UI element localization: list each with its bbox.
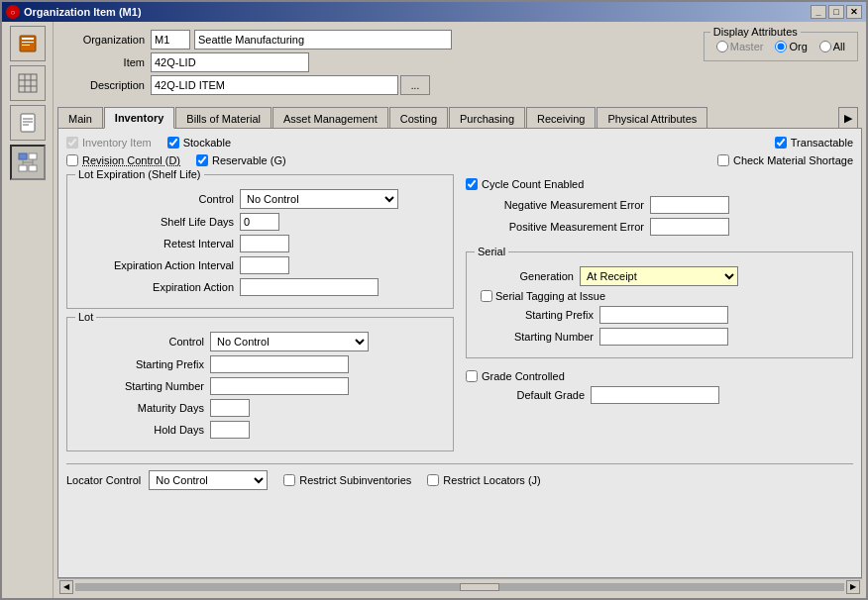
sidebar-btn-1[interactable] bbox=[10, 26, 46, 61]
radio-master[interactable] bbox=[716, 41, 728, 52]
tab-purchasing[interactable]: Purchasing bbox=[449, 107, 525, 129]
serial-starting-prefix-label: Starting Prefix bbox=[475, 309, 594, 321]
org-name-input[interactable] bbox=[194, 30, 452, 50]
revision-control-cb-row: Revision Control (D) bbox=[66, 154, 180, 166]
shelf-life-label: Shelf Life Days bbox=[75, 216, 234, 228]
lot-starting-prefix-input[interactable] bbox=[210, 355, 349, 373]
reservable-checkbox[interactable] bbox=[196, 154, 208, 166]
serial-generation-row: Generation At Receipt At Sales Order Iss… bbox=[475, 266, 844, 286]
sidebar-btn-3[interactable] bbox=[10, 105, 46, 141]
maximize-button[interactable]: □ bbox=[828, 5, 844, 19]
pos-measurement-label: Positive Measurement Error bbox=[466, 221, 644, 233]
grade-controlled-label: Grade Controlled bbox=[482, 370, 565, 382]
retest-interval-input[interactable] bbox=[240, 235, 289, 252]
transactable-checkbox[interactable] bbox=[775, 137, 787, 149]
lot-hold-days-row: Hold Days bbox=[75, 421, 445, 439]
restrict-locators-checkbox[interactable] bbox=[427, 474, 439, 486]
lot-starting-number-input[interactable] bbox=[210, 377, 349, 395]
tab-inventory[interactable]: Inventory bbox=[104, 107, 175, 129]
restrict-subinventories-checkbox[interactable] bbox=[283, 474, 295, 486]
tree-icon bbox=[17, 151, 39, 173]
serial-tagging-checkbox[interactable] bbox=[481, 290, 492, 302]
svg-rect-9 bbox=[21, 114, 35, 132]
desc-label: Description bbox=[61, 79, 151, 91]
inventory-item-checkbox[interactable] bbox=[66, 137, 78, 149]
radio-org[interactable] bbox=[775, 41, 787, 52]
scroll-right-btn[interactable]: ▶ bbox=[846, 580, 860, 594]
lot-hold-days-label: Hold Days bbox=[75, 424, 204, 436]
lot-control-label2: Control bbox=[75, 336, 204, 348]
scroll-left-btn[interactable]: ◀ bbox=[59, 580, 73, 594]
scroll-track[interactable] bbox=[75, 583, 844, 591]
cycle-count-checkbox[interactable] bbox=[466, 178, 478, 190]
desc-browse-button[interactable]: ... bbox=[400, 75, 430, 95]
expiration-action-interval-row: Expiration Action Interval bbox=[75, 256, 445, 274]
lot-expiration-section: Lot Expiration (Shelf Life) Control No C… bbox=[66, 174, 454, 309]
item-input[interactable] bbox=[151, 52, 309, 72]
lot-control-row2: Control No Control bbox=[75, 332, 445, 351]
lot-fields: Control No Control Starting Prefix bbox=[75, 332, 445, 439]
cycle-count-label: Cycle Count Enabled bbox=[482, 178, 584, 190]
org-code-input[interactable] bbox=[151, 30, 190, 50]
lot-maturity-days-label: Maturity Days bbox=[75, 402, 204, 414]
default-grade-input[interactable] bbox=[591, 386, 719, 404]
lot-title: Lot bbox=[75, 311, 96, 323]
tab-asset-management[interactable]: Asset Management bbox=[272, 107, 388, 129]
radio-master-label: Master bbox=[730, 41, 764, 52]
neg-measurement-input[interactable] bbox=[650, 196, 729, 214]
check-material-checkbox[interactable] bbox=[717, 154, 729, 166]
expiration-action-input[interactable] bbox=[240, 278, 379, 296]
sidebar-btn-2[interactable] bbox=[10, 65, 46, 101]
desc-input[interactable] bbox=[151, 75, 398, 95]
pos-measurement-input[interactable] bbox=[650, 218, 729, 236]
close-button[interactable]: ✕ bbox=[846, 5, 862, 19]
lot-section: Lot Control No Control Starting Prefix bbox=[66, 317, 454, 451]
grade-controlled-checkbox[interactable] bbox=[466, 370, 478, 382]
lot-hold-days-input[interactable] bbox=[210, 421, 250, 439]
scroll-thumb[interactable] bbox=[460, 583, 499, 591]
title-bar: ○ Organization Item (M1) _ □ ✕ bbox=[2, 2, 866, 22]
shelf-life-input[interactable] bbox=[240, 213, 279, 231]
tab-scroll-right[interactable]: ▶ bbox=[838, 107, 858, 129]
radio-org-item: Org bbox=[775, 41, 807, 52]
tab-main[interactable]: Main bbox=[57, 107, 103, 129]
tab-physical-attributes[interactable]: Physical Attributes bbox=[597, 107, 707, 129]
right-checkboxes-2: Check Material Shortage bbox=[717, 154, 853, 166]
expiration-action-row: Expiration Action bbox=[75, 278, 445, 296]
tab-bills-of-material[interactable]: Bills of Material bbox=[175, 107, 271, 129]
sidebar-btn-4[interactable] bbox=[10, 145, 46, 180]
serial-starting-number-input[interactable] bbox=[599, 328, 728, 346]
stockable-checkbox[interactable] bbox=[167, 137, 179, 149]
left-checkboxes-2: Revision Control (D) Reservable (G) bbox=[66, 154, 286, 166]
serial-tagging-row: Serial Tagging at Issue bbox=[481, 290, 844, 302]
right-col: Cycle Count Enabled Negative Measurement… bbox=[466, 174, 853, 459]
restrict-locators-label: Restrict Locators (J) bbox=[443, 474, 540, 486]
expiration-action-interval-input[interactable] bbox=[240, 256, 289, 274]
serial-starting-prefix-input[interactable] bbox=[599, 306, 728, 324]
expiration-action-interval-label: Expiration Action Interval bbox=[75, 259, 234, 271]
transactable-cb-row: Transactable bbox=[775, 137, 853, 149]
tab-receiving[interactable]: Receiving bbox=[526, 107, 596, 129]
lot-starting-number-label: Starting Number bbox=[75, 380, 204, 392]
display-attrs-radio-group: Master Org All bbox=[716, 41, 845, 52]
lot-control-select2[interactable]: No Control bbox=[210, 332, 369, 351]
locator-control-select[interactable]: No Control bbox=[149, 470, 268, 490]
lot-control-select[interactable]: No Control bbox=[240, 189, 398, 209]
svg-rect-13 bbox=[19, 153, 27, 159]
lot-maturity-days-input[interactable] bbox=[210, 399, 250, 417]
tab-costing[interactable]: Costing bbox=[389, 107, 448, 129]
serial-starting-number-label: Starting Number bbox=[475, 331, 594, 343]
revision-control-checkbox[interactable] bbox=[66, 154, 78, 166]
expiration-action-label: Expiration Action bbox=[75, 281, 234, 293]
retest-interval-label: Retest Interval bbox=[75, 238, 234, 250]
minimize-button[interactable]: _ bbox=[811, 5, 826, 19]
inventory-item-label: Inventory Item bbox=[82, 137, 152, 149]
serial-generation-select[interactable]: At Receipt At Sales Order Issue At Shipm… bbox=[580, 266, 738, 286]
radio-all[interactable] bbox=[819, 41, 831, 52]
lot-expiration-fields: Control No Control Shelf Life Days bbox=[75, 189, 445, 296]
item-label: Item bbox=[61, 56, 151, 68]
svg-rect-2 bbox=[22, 42, 34, 43]
window-icon: ○ bbox=[6, 5, 20, 19]
display-attrs-title: Display Attributes bbox=[710, 26, 801, 38]
serial-fields: Generation At Receipt At Sales Order Iss… bbox=[475, 266, 844, 346]
